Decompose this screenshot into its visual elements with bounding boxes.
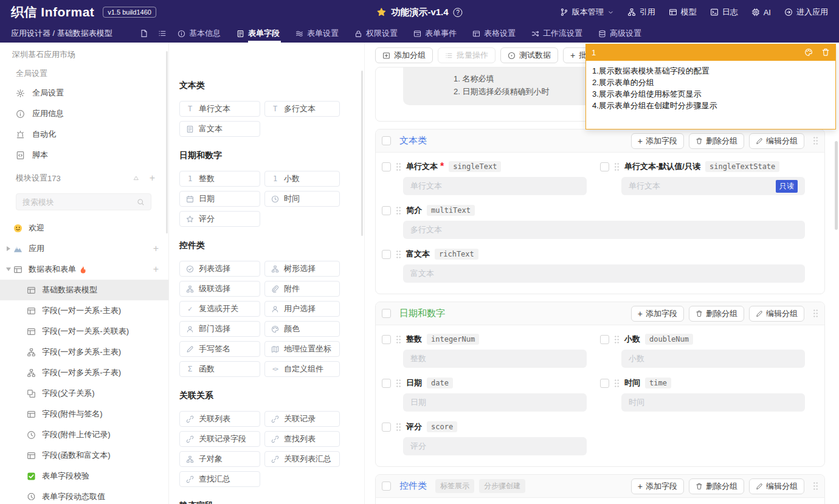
palette-related-record-field[interactable]: 关联记录字段 [179,431,260,447]
menu-version-manage[interactable]: 版本管理 [560,7,614,18]
favorite-star-icon[interactable] [376,7,386,17]
palette-score[interactable]: 评分 [179,211,260,227]
tree-item-one2one-main[interactable]: 字段(一对一关系-主表) [0,300,168,321]
palette-tree-select[interactable]: 树形选择 [264,261,340,277]
field-checkbox[interactable] [600,379,609,388]
palette-single-text[interactable]: T单行文本 [179,101,260,117]
palette-scrollbar[interactable] [361,71,363,236]
palette-geo-location[interactable]: 地理位置坐标 [264,341,340,357]
palette-lookup-summary[interactable]: 查找汇总 [179,471,260,487]
palette-icon[interactable] [804,48,813,57]
module-search-input[interactable] [22,198,137,207]
palette-related-list-summary[interactable]: 关联列表汇总 [264,451,340,467]
tree-item-one2many-sub[interactable]: 字段(一对多关系-子表) [0,362,168,383]
field-checkbox[interactable] [382,206,391,215]
field-drag-handle[interactable] [396,250,401,259]
tree-item-field-validation[interactable]: 表单字段校验 [0,466,168,486]
field-drag-handle[interactable] [396,379,401,388]
palette-time[interactable]: 时间 [264,191,340,207]
sticky-note-body[interactable]: 1.展示数据表模块基础字段的配置 2.展示表单的分组 3.展示表单分组使用标签页… [585,61,836,129]
add-field-button[interactable]: +添加字段 [631,306,684,322]
caret-down-icon[interactable] [6,268,11,271]
tree-item-function-richtext[interactable]: 字段(函数和富文本) [0,445,168,466]
add-submodule-icon[interactable]: + [153,244,159,254]
main-scrollbar[interactable] [835,141,838,230]
search-icon[interactable] [137,198,145,206]
field-drag-handle[interactable] [396,206,401,215]
delete-group-button[interactable]: 删除分组 [689,478,744,494]
batch-operation-button[interactable]: 批量操作 [438,47,495,63]
group-checkbox[interactable] [382,482,391,491]
palette-signature[interactable]: 手写签名 [179,341,260,357]
palette-integer[interactable]: 1整数 [179,171,260,187]
palette-color[interactable]: 颜色 [264,321,340,337]
field-drag-handle[interactable] [614,162,620,171]
field-drag-handle[interactable] [396,162,401,171]
field-input[interactable]: 小数 [621,350,805,368]
edit-group-button[interactable]: 编辑分组 [749,478,804,494]
outline-icon[interactable] [158,29,167,38]
field-input[interactable]: 单行文本 [403,177,587,195]
field-drag-handle[interactable] [396,335,401,344]
tree-item-tables-and-forms[interactable]: 数据表和表单 + [0,259,168,280]
sidebar-scrollbar[interactable] [166,51,168,233]
page-icon[interactable] [140,29,148,38]
sidebar-item-app-info[interactable]: 应用信息 [0,103,168,124]
palette-department-select[interactable]: 部门选择 [179,321,260,337]
tree-item-attachment-signature[interactable]: 字段(附件与签名) [0,404,168,424]
add-submodule-icon[interactable]: + [153,264,159,274]
edit-group-button[interactable]: 编辑分组 [749,306,804,322]
tree-item-welcome[interactable]: 欢迎 [0,218,168,238]
trash-icon[interactable] [821,48,830,57]
tab-advanced-settings[interactable]: 高级设置 [598,24,641,43]
field-input[interactable]: 时间 [621,393,805,412]
field-drag-handle[interactable] [614,335,620,344]
sticky-note[interactable]: 1 1.展示数据表模块基础字段的配置 2.展示表单的分组 3.展示表单分组使用标… [585,44,836,129]
field-checkbox[interactable] [382,250,391,259]
add-field-button[interactable]: +添加字段 [631,133,684,149]
field-input[interactable]: 多行文本 [403,221,805,239]
sidebar-item-global-settings[interactable]: 全局设置 [0,83,168,103]
group-checkbox[interactable] [382,136,391,145]
field-input[interactable]: 日期 [403,393,587,412]
palette-date[interactable]: 日期 [179,191,260,207]
test-data-button[interactable]: 测试数据 [500,47,558,63]
tree-item-application[interactable]: 应用 + [0,238,168,259]
palette-related-list[interactable]: 关联列表 [179,411,260,427]
palette-checkbox-switch[interactable]: ✓复选或开关 [179,301,260,317]
palette-user-select[interactable]: 用户选择 [264,301,340,317]
field-checkbox[interactable] [382,379,391,388]
tab-form-events[interactable]: 表单事件 [413,24,457,43]
edit-group-button[interactable]: 编辑分组 [749,133,804,149]
group-drag-handle[interactable] [813,136,818,145]
palette-cascade-select[interactable]: 级联选择 [179,281,260,297]
sidebar-item-automation[interactable]: 自动化 [0,124,168,145]
palette-lookup-list[interactable]: 查找列表 [264,431,340,447]
add-field-button[interactable]: +添加字段 [631,478,684,494]
palette-sub-object[interactable]: 子对象 [179,451,260,467]
caret-right-icon[interactable] [7,246,10,251]
tab-basic-info[interactable]: 基本信息 [178,24,221,43]
menu-ai[interactable]: AI [751,8,771,17]
tree-item-basic-table-model[interactable]: 基础数据表模型 [0,280,168,300]
tree-item-parent-child[interactable]: 字段(父子关系) [0,383,168,404]
menu-log[interactable]: 日志 [710,7,738,18]
palette-multi-text[interactable]: T多行文本 [264,101,340,117]
sticky-note-header[interactable]: 1 [585,44,836,61]
field-input[interactable]: 评分 [403,437,587,455]
field-drag-handle[interactable] [614,379,620,388]
field-input[interactable]: 整数 [403,350,587,368]
field-input[interactable]: 富文本 [403,264,805,283]
group-drag-handle[interactable] [813,309,818,318]
field-checkbox[interactable] [600,335,609,344]
sort-triangle-icon[interactable] [133,174,140,182]
palette-function[interactable]: Σ函数 [179,361,260,377]
palette-related-record[interactable]: 关联记录 [264,411,340,427]
tab-table-settings[interactable]: 表格设置 [472,24,516,43]
palette-attachment[interactable]: 附件 [264,281,340,297]
palette-decimal[interactable]: 1小数 [264,171,340,187]
menu-enter-app[interactable]: 进入应用 [784,7,828,18]
palette-rich-text[interactable]: 富文本 [179,121,260,137]
field-drag-handle[interactable] [396,423,401,432]
palette-custom-component[interactable]: <>自定义组件 [264,361,340,377]
